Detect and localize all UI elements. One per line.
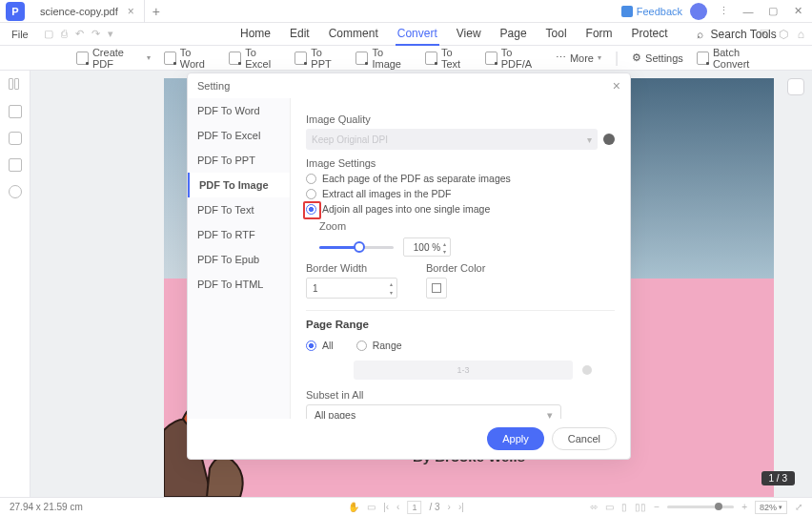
- option-extract-radio[interactable]: [306, 189, 316, 199]
- excel-icon: [229, 52, 241, 65]
- select-tool-icon[interactable]: ▭: [367, 502, 376, 512]
- undo-icon[interactable]: ↶: [75, 28, 84, 40]
- menu-protect[interactable]: Protect: [630, 23, 670, 46]
- page-range-range-radio[interactable]: [356, 341, 367, 351]
- menu-page[interactable]: Page: [498, 23, 529, 46]
- panel-toggle-icon[interactable]: [787, 78, 804, 95]
- menu-home[interactable]: Home: [238, 23, 273, 46]
- image-quality-select[interactable]: Keep Original DPI: [306, 129, 598, 150]
- file-menu[interactable]: File: [8, 29, 32, 40]
- text-icon: [425, 52, 437, 65]
- zoom-up-icon[interactable]: ▴: [439, 239, 449, 247]
- feedback-link[interactable]: Feedback: [621, 6, 682, 17]
- layers-icon[interactable]: [9, 132, 22, 145]
- last-page-icon[interactable]: ›|: [458, 502, 464, 512]
- dropdown-icon[interactable]: ▾: [108, 28, 113, 40]
- prev-page-icon[interactable]: ‹: [396, 502, 399, 512]
- new-tab-button[interactable]: +: [145, 4, 168, 19]
- menubar: File ▢ ⎙ ↶ ↷ ▾ Home Edit Comment Convert…: [0, 23, 812, 46]
- batch-convert-button[interactable]: Batch Convert: [697, 47, 774, 70]
- border-width-input[interactable]: 1▴▾: [306, 278, 397, 299]
- settings-button[interactable]: ⚙Settings: [632, 52, 683, 64]
- page-range-label: Page Range: [306, 319, 615, 330]
- search-tools[interactable]: ⌕ Search Tools: [695, 23, 779, 46]
- save-icon[interactable]: ▢: [44, 28, 53, 40]
- option-adjoin-radio[interactable]: [306, 204, 316, 215]
- subset-select[interactable]: All pages: [306, 404, 561, 419]
- fit-width-icon[interactable]: ⬄: [590, 502, 598, 512]
- option-separate-radio[interactable]: [306, 174, 316, 184]
- hand-tool-icon[interactable]: ✋: [348, 502, 359, 512]
- nav-pdf-to-epub[interactable]: PDF To Epub: [188, 247, 290, 272]
- cancel-button[interactable]: Cancel: [552, 427, 617, 450]
- close-window-button[interactable]: ✕: [789, 3, 806, 20]
- dialog-close-button[interactable]: ×: [613, 78, 620, 93]
- zoom-down-icon[interactable]: ▾: [439, 247, 449, 255]
- range-input[interactable]: 1-3: [354, 361, 573, 380]
- nav-pdf-to-image[interactable]: PDF To Image: [188, 173, 290, 197]
- to-word-button[interactable]: To Word: [164, 47, 215, 70]
- tab-title: science-copy.pdf: [40, 6, 118, 17]
- menu-form[interactable]: Form: [584, 23, 615, 46]
- to-ppt-button[interactable]: To PPT: [294, 47, 342, 70]
- image-settings-label: Image Settings: [306, 157, 615, 169]
- subset-label: Subset in All: [306, 389, 615, 401]
- menu-view[interactable]: View: [455, 23, 483, 46]
- document-tab[interactable]: science-copy.pdf ×: [30, 0, 145, 23]
- cloud-icon[interactable]: ⬡: [779, 28, 788, 41]
- nav-pdf-to-text[interactable]: PDF To Text: [188, 197, 290, 222]
- titlebar: P science-copy.pdf × + Feedback ⋮ — ▢ ✕: [0, 0, 812, 23]
- menu-tool[interactable]: Tool: [544, 23, 569, 46]
- attachment-icon[interactable]: [9, 158, 22, 172]
- zoom-value-input[interactable]: 100 %▴▾: [403, 237, 451, 257]
- first-page-icon[interactable]: |‹: [383, 502, 389, 512]
- thumbnail-view-icon[interactable]: [9, 78, 22, 92]
- menu-convert[interactable]: Convert: [396, 23, 439, 46]
- more-button[interactable]: ⋯More▾: [556, 52, 601, 64]
- user-avatar[interactable]: [690, 3, 707, 20]
- minimize-button[interactable]: —: [740, 3, 757, 20]
- two-page-icon[interactable]: ▯▯: [635, 502, 646, 512]
- border-color-picker[interactable]: [426, 278, 447, 299]
- to-excel-button[interactable]: To Excel: [229, 47, 281, 70]
- nav-pdf-to-html[interactable]: PDF To HTML: [188, 272, 290, 297]
- home-icon[interactable]: ⌂: [798, 28, 804, 41]
- tab-close-icon[interactable]: ×: [128, 5, 134, 18]
- fullscreen-icon[interactable]: ⤢: [795, 502, 802, 512]
- range-info-icon[interactable]: [582, 365, 592, 375]
- zoom-percent-display[interactable]: 82%▾: [755, 501, 787, 514]
- nav-pdf-to-excel[interactable]: PDF To Excel: [188, 123, 290, 148]
- create-pdf-button[interactable]: Create PDF▾: [76, 47, 151, 70]
- border-color-label: Border Color: [426, 262, 485, 274]
- to-text-button[interactable]: To Text: [425, 47, 472, 70]
- shape-icon[interactable]: [9, 185, 22, 198]
- next-page-icon[interactable]: ›: [448, 502, 451, 512]
- to-image-button[interactable]: To Image: [355, 47, 412, 70]
- menu-edit[interactable]: Edit: [288, 23, 312, 46]
- bookmark-icon[interactable]: [9, 105, 22, 118]
- bw-up-icon[interactable]: ▴: [386, 279, 396, 288]
- nav-pdf-to-word[interactable]: PDF To Word: [188, 98, 290, 123]
- menu-comment[interactable]: Comment: [327, 23, 380, 46]
- single-page-icon[interactable]: ▯: [621, 502, 627, 512]
- info-icon[interactable]: [603, 134, 615, 145]
- page-range-all-radio[interactable]: [306, 341, 316, 351]
- dialog-nav: PDF To Word PDF To Excel PDF To PPT PDF …: [188, 98, 291, 419]
- fit-page-icon[interactable]: ▭: [605, 502, 614, 512]
- maximize-button[interactable]: ▢: [764, 3, 782, 20]
- print-icon[interactable]: ⎙: [61, 28, 68, 40]
- zoom-out-icon[interactable]: −: [654, 502, 660, 512]
- more-icon[interactable]: ⋮: [715, 3, 732, 20]
- zoom-slider-knob[interactable]: [354, 241, 365, 253]
- bw-down-icon[interactable]: ▾: [386, 288, 396, 297]
- image-quality-label: Image Quality: [306, 114, 615, 125]
- zoom-in-icon[interactable]: +: [741, 502, 747, 512]
- apply-button[interactable]: Apply: [487, 427, 544, 450]
- to-pdfa-button[interactable]: To PDF/A: [485, 47, 542, 70]
- zoom-slider-status[interactable]: [667, 506, 734, 508]
- nav-pdf-to-ppt[interactable]: PDF To PPT: [188, 148, 290, 173]
- page-number-input[interactable]: 1: [407, 501, 421, 514]
- nav-pdf-to-rtf[interactable]: PDF To RTF: [188, 222, 290, 247]
- zoom-slider[interactable]: [319, 246, 394, 249]
- redo-icon[interactable]: ↷: [91, 28, 100, 40]
